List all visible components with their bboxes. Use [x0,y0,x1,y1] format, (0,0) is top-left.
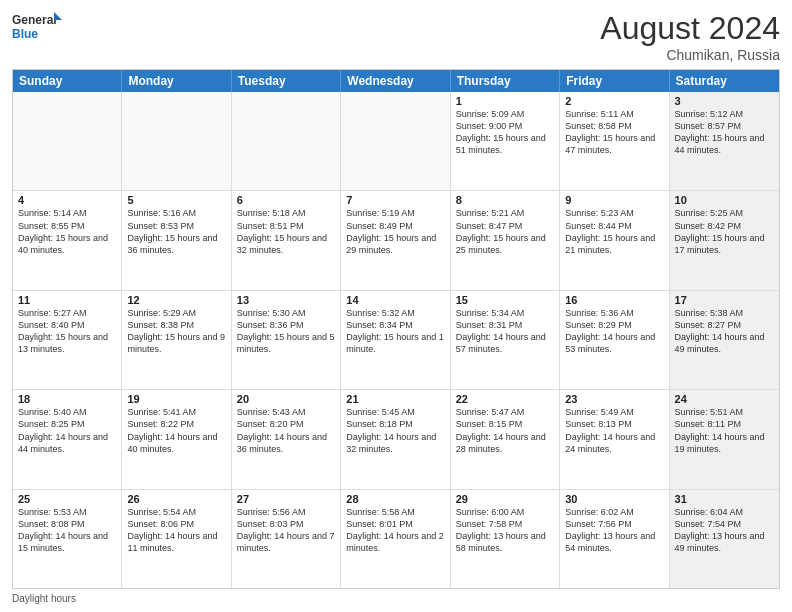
cell-info: Sunrise: 5:56 AMSunset: 8:03 PMDaylight:… [237,506,335,555]
day-number: 9 [565,194,663,206]
calendar-cell: 30Sunrise: 6:02 AMSunset: 7:56 PMDayligh… [560,490,669,588]
calendar-week-5: 25Sunrise: 5:53 AMSunset: 8:08 PMDayligh… [13,490,779,588]
cell-info: Sunrise: 5:38 AMSunset: 8:27 PMDaylight:… [675,307,774,356]
calendar-cell: 31Sunrise: 6:04 AMSunset: 7:54 PMDayligh… [670,490,779,588]
cell-info: Sunrise: 5:53 AMSunset: 8:08 PMDaylight:… [18,506,116,555]
cell-info: Sunrise: 5:36 AMSunset: 8:29 PMDaylight:… [565,307,663,356]
calendar-cell: 4Sunrise: 5:14 AMSunset: 8:55 PMDaylight… [13,191,122,289]
location: Chumikan, Russia [600,47,780,63]
day-number: 8 [456,194,554,206]
header-day-thursday: Thursday [451,70,560,92]
calendar-cell [232,92,341,190]
calendar-week-1: 1Sunrise: 5:09 AMSunset: 9:00 PMDaylight… [13,92,779,191]
day-number: 1 [456,95,554,107]
calendar-cell: 21Sunrise: 5:45 AMSunset: 8:18 PMDayligh… [341,390,450,488]
cell-info: Sunrise: 5:11 AMSunset: 8:58 PMDaylight:… [565,108,663,157]
calendar-cell: 6Sunrise: 5:18 AMSunset: 8:51 PMDaylight… [232,191,341,289]
logo: General Blue [12,10,64,46]
month-year: August 2024 [600,10,780,47]
calendar-cell: 20Sunrise: 5:43 AMSunset: 8:20 PMDayligh… [232,390,341,488]
calendar-cell [122,92,231,190]
calendar-cell: 28Sunrise: 5:58 AMSunset: 8:01 PMDayligh… [341,490,450,588]
calendar-cell: 19Sunrise: 5:41 AMSunset: 8:22 PMDayligh… [122,390,231,488]
cell-info: Sunrise: 5:40 AMSunset: 8:25 PMDaylight:… [18,406,116,455]
logo-svg: General Blue [12,10,64,46]
day-number: 10 [675,194,774,206]
day-number: 27 [237,493,335,505]
calendar-week-2: 4Sunrise: 5:14 AMSunset: 8:55 PMDaylight… [13,191,779,290]
calendar-cell: 11Sunrise: 5:27 AMSunset: 8:40 PMDayligh… [13,291,122,389]
calendar-cell: 10Sunrise: 5:25 AMSunset: 8:42 PMDayligh… [670,191,779,289]
day-number: 29 [456,493,554,505]
day-number: 3 [675,95,774,107]
calendar-cell: 22Sunrise: 5:47 AMSunset: 8:15 PMDayligh… [451,390,560,488]
cell-info: Sunrise: 5:34 AMSunset: 8:31 PMDaylight:… [456,307,554,356]
day-number: 5 [127,194,225,206]
calendar-header: SundayMondayTuesdayWednesdayThursdayFrid… [13,70,779,92]
day-number: 6 [237,194,335,206]
day-number: 11 [18,294,116,306]
cell-info: Sunrise: 5:45 AMSunset: 8:18 PMDaylight:… [346,406,444,455]
cell-info: Sunrise: 6:04 AMSunset: 7:54 PMDaylight:… [675,506,774,555]
cell-info: Sunrise: 5:30 AMSunset: 8:36 PMDaylight:… [237,307,335,356]
day-number: 16 [565,294,663,306]
svg-text:Blue: Blue [12,27,38,41]
header-day-monday: Monday [122,70,231,92]
title-block: August 2024 Chumikan, Russia [600,10,780,63]
calendar-cell: 12Sunrise: 5:29 AMSunset: 8:38 PMDayligh… [122,291,231,389]
calendar: SundayMondayTuesdayWednesdayThursdayFrid… [12,69,780,589]
calendar-cell: 14Sunrise: 5:32 AMSunset: 8:34 PMDayligh… [341,291,450,389]
calendar-cell: 24Sunrise: 5:51 AMSunset: 8:11 PMDayligh… [670,390,779,488]
day-number: 28 [346,493,444,505]
calendar-cell: 25Sunrise: 5:53 AMSunset: 8:08 PMDayligh… [13,490,122,588]
cell-info: Sunrise: 5:43 AMSunset: 8:20 PMDaylight:… [237,406,335,455]
calendar-cell: 9Sunrise: 5:23 AMSunset: 8:44 PMDaylight… [560,191,669,289]
cell-info: Sunrise: 5:32 AMSunset: 8:34 PMDaylight:… [346,307,444,356]
day-number: 12 [127,294,225,306]
day-number: 7 [346,194,444,206]
header-day-friday: Friday [560,70,669,92]
day-number: 18 [18,393,116,405]
cell-info: Sunrise: 6:00 AMSunset: 7:58 PMDaylight:… [456,506,554,555]
day-number: 21 [346,393,444,405]
cell-info: Sunrise: 5:12 AMSunset: 8:57 PMDaylight:… [675,108,774,157]
cell-info: Sunrise: 5:16 AMSunset: 8:53 PMDaylight:… [127,207,225,256]
cell-info: Sunrise: 5:47 AMSunset: 8:15 PMDaylight:… [456,406,554,455]
calendar-week-3: 11Sunrise: 5:27 AMSunset: 8:40 PMDayligh… [13,291,779,390]
day-number: 13 [237,294,335,306]
cell-info: Sunrise: 5:09 AMSunset: 9:00 PMDaylight:… [456,108,554,157]
header-day-saturday: Saturday [670,70,779,92]
day-number: 30 [565,493,663,505]
calendar-cell: 5Sunrise: 5:16 AMSunset: 8:53 PMDaylight… [122,191,231,289]
day-number: 14 [346,294,444,306]
day-number: 15 [456,294,554,306]
calendar-cell: 2Sunrise: 5:11 AMSunset: 8:58 PMDaylight… [560,92,669,190]
cell-info: Sunrise: 5:49 AMSunset: 8:13 PMDaylight:… [565,406,663,455]
cell-info: Sunrise: 5:27 AMSunset: 8:40 PMDaylight:… [18,307,116,356]
calendar-cell: 18Sunrise: 5:40 AMSunset: 8:25 PMDayligh… [13,390,122,488]
daylight-label: Daylight hours [12,593,76,604]
cell-info: Sunrise: 6:02 AMSunset: 7:56 PMDaylight:… [565,506,663,555]
calendar-cell: 29Sunrise: 6:00 AMSunset: 7:58 PMDayligh… [451,490,560,588]
day-number: 26 [127,493,225,505]
calendar-cell: 16Sunrise: 5:36 AMSunset: 8:29 PMDayligh… [560,291,669,389]
day-number: 19 [127,393,225,405]
day-number: 2 [565,95,663,107]
day-number: 22 [456,393,554,405]
header: General Blue August 2024 Chumikan, Russi… [12,10,780,63]
calendar-cell: 15Sunrise: 5:34 AMSunset: 8:31 PMDayligh… [451,291,560,389]
day-number: 25 [18,493,116,505]
cell-info: Sunrise: 5:58 AMSunset: 8:01 PMDaylight:… [346,506,444,555]
cell-info: Sunrise: 5:41 AMSunset: 8:22 PMDaylight:… [127,406,225,455]
header-day-wednesday: Wednesday [341,70,450,92]
calendar-cell: 23Sunrise: 5:49 AMSunset: 8:13 PMDayligh… [560,390,669,488]
cell-info: Sunrise: 5:23 AMSunset: 8:44 PMDaylight:… [565,207,663,256]
cell-info: Sunrise: 5:19 AMSunset: 8:49 PMDaylight:… [346,207,444,256]
calendar-cell: 27Sunrise: 5:56 AMSunset: 8:03 PMDayligh… [232,490,341,588]
calendar-cell: 17Sunrise: 5:38 AMSunset: 8:27 PMDayligh… [670,291,779,389]
cell-info: Sunrise: 5:54 AMSunset: 8:06 PMDaylight:… [127,506,225,555]
header-day-tuesday: Tuesday [232,70,341,92]
day-number: 24 [675,393,774,405]
cell-info: Sunrise: 5:29 AMSunset: 8:38 PMDaylight:… [127,307,225,356]
cell-info: Sunrise: 5:14 AMSunset: 8:55 PMDaylight:… [18,207,116,256]
